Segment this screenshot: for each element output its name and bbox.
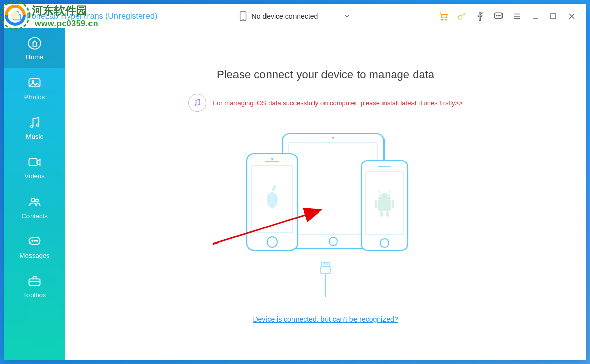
svg-point-29 bbox=[34, 240, 35, 241]
svg-point-33 bbox=[198, 104, 200, 105]
svg-rect-47 bbox=[378, 199, 391, 211]
sidebar-item-toolbox[interactable]: Toolbox bbox=[4, 266, 65, 306]
sidebar: Home Photos Music bbox=[4, 28, 65, 360]
svg-rect-50 bbox=[375, 200, 377, 208]
messages-icon bbox=[27, 234, 42, 249]
facebook-icon bbox=[476, 12, 485, 21]
music-icon bbox=[27, 115, 42, 130]
device-selector-label: No device connected bbox=[252, 12, 318, 20]
svg-point-23 bbox=[37, 124, 39, 126]
device-not-recognized-link[interactable]: Device is connected, but can't be recogn… bbox=[253, 315, 398, 323]
device-selector-dropdown[interactable]: No device connected bbox=[232, 8, 358, 24]
feedback-button[interactable] bbox=[489, 7, 508, 25]
watermark-logo bbox=[0, 0, 31, 31]
svg-point-5 bbox=[441, 19, 443, 20]
titlebar-actions bbox=[434, 7, 586, 25]
chevron-down-icon bbox=[343, 13, 350, 20]
app-body: Home Photos Music bbox=[4, 28, 586, 360]
svg-point-10 bbox=[498, 15, 499, 16]
svg-point-22 bbox=[31, 125, 33, 127]
svg-rect-53 bbox=[386, 211, 389, 217]
svg-point-1 bbox=[11, 11, 19, 19]
sidebar-item-label: Contacts bbox=[21, 212, 47, 220]
svg-rect-16 bbox=[551, 14, 556, 19]
svg-point-40 bbox=[271, 158, 273, 160]
svg-rect-52 bbox=[380, 211, 383, 217]
svg-point-4 bbox=[243, 19, 244, 20]
toolbox-icon bbox=[27, 274, 42, 288]
close-icon bbox=[568, 13, 575, 20]
svg-point-32 bbox=[195, 104, 196, 106]
key-icon bbox=[457, 12, 466, 21]
sidebar-item-videos[interactable]: Videos bbox=[4, 147, 65, 187]
phone-icon bbox=[240, 11, 247, 21]
sidebar-item-label: Music bbox=[26, 133, 43, 140]
svg-rect-31 bbox=[29, 279, 40, 285]
itunes-notice-row: For managing iOS data successfully on co… bbox=[188, 94, 463, 112]
iphone-device bbox=[247, 154, 298, 250]
svg-point-48 bbox=[381, 196, 382, 197]
svg-point-6 bbox=[446, 19, 447, 20]
usb-cable-illustration bbox=[315, 261, 336, 297]
svg-rect-51 bbox=[392, 200, 394, 208]
sidebar-item-label: Home bbox=[26, 53, 44, 61]
watermark-text-cn: 河东软件园 bbox=[32, 3, 87, 18]
cart-button[interactable] bbox=[434, 7, 453, 25]
svg-rect-58 bbox=[321, 266, 330, 274]
sidebar-item-music[interactable]: Music bbox=[4, 108, 65, 147]
sidebar-item-messages[interactable]: Messages bbox=[4, 227, 65, 266]
contacts-icon bbox=[27, 195, 42, 209]
svg-point-28 bbox=[32, 240, 33, 241]
maximize-icon bbox=[550, 13, 557, 20]
maximize-button[interactable] bbox=[544, 7, 563, 25]
sidebar-item-label: Messages bbox=[19, 252, 49, 259]
sidebar-item-label: Videos bbox=[24, 172, 45, 180]
itunes-icon bbox=[188, 94, 206, 112]
home-icon bbox=[27, 36, 42, 50]
minimize-button[interactable] bbox=[526, 7, 544, 25]
photos-icon bbox=[27, 76, 42, 90]
app-window: FoneLab HyperTrans (Unregistered) No dev… bbox=[4, 4, 586, 360]
watermark-text-url: www.pc0359.cn bbox=[35, 19, 98, 28]
svg-rect-24 bbox=[29, 159, 37, 166]
svg-point-30 bbox=[37, 240, 38, 241]
chat-icon bbox=[493, 11, 504, 21]
sidebar-item-label: Photos bbox=[24, 93, 45, 101]
svg-rect-57 bbox=[323, 263, 328, 265]
main-content: Please connect your device to manage dat… bbox=[65, 28, 586, 360]
sidebar-item-photos[interactable]: Photos bbox=[4, 68, 65, 108]
sidebar-item-home[interactable]: Home bbox=[4, 28, 65, 68]
svg-point-49 bbox=[387, 196, 389, 197]
svg-rect-20 bbox=[29, 78, 40, 86]
minimize-icon bbox=[532, 13, 539, 20]
svg-point-19 bbox=[28, 37, 40, 49]
register-key-button[interactable] bbox=[453, 7, 471, 25]
videos-icon bbox=[27, 155, 42, 169]
facebook-button[interactable] bbox=[471, 7, 489, 25]
connect-heading: Please connect your device to manage dat… bbox=[217, 68, 434, 81]
svg-point-36 bbox=[332, 137, 334, 139]
desktop-background: 河东软件园 www.pc0359.cn FoneLab HyperTrans (… bbox=[0, 0, 590, 364]
sidebar-item-contacts[interactable]: Contacts bbox=[4, 187, 65, 227]
svg-point-26 bbox=[36, 199, 39, 202]
close-button[interactable] bbox=[563, 7, 581, 25]
sidebar-item-label: Toolbox bbox=[23, 291, 46, 299]
svg-point-25 bbox=[31, 198, 35, 202]
svg-point-9 bbox=[496, 15, 497, 16]
svg-point-11 bbox=[500, 15, 501, 16]
menu-button[interactable] bbox=[508, 7, 526, 25]
cart-icon bbox=[438, 11, 449, 21]
devices-illustration bbox=[229, 132, 422, 259]
menu-icon bbox=[512, 12, 521, 21]
itunes-install-link[interactable]: For managing iOS data successfully on co… bbox=[213, 99, 463, 107]
